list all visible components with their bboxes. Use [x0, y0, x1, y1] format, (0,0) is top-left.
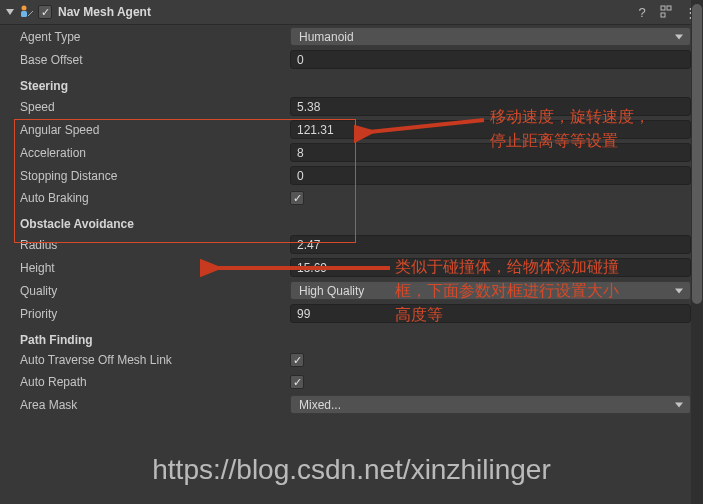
- steering-header: Steering: [0, 71, 703, 95]
- auto-traverse-checkbox[interactable]: [290, 353, 304, 367]
- path-finding-header: Path Finding: [0, 325, 703, 349]
- acceleration-input[interactable]: [290, 143, 691, 162]
- svg-rect-2: [661, 6, 665, 10]
- agent-type-row: Agent Type Humanoid: [0, 25, 703, 48]
- radius-label: Radius: [20, 238, 290, 252]
- auto-traverse-label: Auto Traverse Off Mesh Link: [20, 353, 290, 367]
- acceleration-label: Acceleration: [20, 146, 290, 160]
- component-header: Nav Mesh Agent ? ⋮: [0, 0, 703, 25]
- acceleration-row: Acceleration: [0, 141, 703, 164]
- agent-type-label: Agent Type: [20, 30, 290, 44]
- stopping-distance-row: Stopping Distance: [0, 164, 703, 187]
- svg-rect-3: [667, 6, 671, 10]
- stopping-distance-label: Stopping Distance: [20, 169, 290, 183]
- auto-traverse-row: Auto Traverse Off Mesh Link: [0, 349, 703, 371]
- auto-repath-label: Auto Repath: [20, 375, 290, 389]
- auto-braking-checkbox[interactable]: [290, 191, 304, 205]
- height-label: Height: [20, 261, 290, 275]
- angular-speed-input[interactable]: [290, 120, 691, 139]
- auto-repath-row: Auto Repath: [0, 371, 703, 393]
- base-offset-input[interactable]: [290, 50, 691, 69]
- navmesh-component: Nav Mesh Agent ? ⋮ Agent Type Humanoid B…: [0, 0, 703, 416]
- area-mask-row: Area Mask Mixed...: [0, 393, 703, 416]
- priority-row: Priority: [0, 302, 703, 325]
- area-mask-label: Area Mask: [20, 398, 290, 412]
- stopping-distance-input[interactable]: [290, 166, 691, 185]
- watermark: https://blog.csdn.net/xinzhilinger: [0, 454, 703, 486]
- radius-row: Radius: [0, 233, 703, 256]
- priority-input[interactable]: [290, 304, 691, 323]
- help-icon[interactable]: ?: [635, 5, 649, 19]
- svg-point-0: [22, 6, 27, 11]
- auto-braking-label: Auto Braking: [20, 191, 290, 205]
- scrollbar-thumb[interactable]: [692, 4, 702, 304]
- component-enable-checkbox[interactable]: [38, 5, 52, 19]
- agent-type-dropdown[interactable]: Humanoid: [290, 27, 691, 46]
- svg-rect-1: [21, 11, 27, 17]
- svg-rect-4: [661, 13, 665, 17]
- preset-icon[interactable]: [659, 5, 673, 19]
- height-input[interactable]: [290, 258, 691, 277]
- base-offset-label: Base Offset: [20, 53, 290, 67]
- angular-speed-label: Angular Speed: [20, 123, 290, 137]
- angular-speed-row: Angular Speed: [0, 118, 703, 141]
- quality-dropdown[interactable]: High Quality: [290, 281, 691, 300]
- auto-repath-checkbox[interactable]: [290, 375, 304, 389]
- quality-label: Quality: [20, 284, 290, 298]
- height-row: Height: [0, 256, 703, 279]
- area-mask-dropdown[interactable]: Mixed...: [290, 395, 691, 414]
- quality-row: Quality High Quality: [0, 279, 703, 302]
- speed-label: Speed: [20, 100, 290, 114]
- auto-braking-row: Auto Braking: [0, 187, 703, 209]
- speed-input[interactable]: [290, 97, 691, 116]
- obstacle-avoidance-header: Obstacle Avoidance: [0, 209, 703, 233]
- radius-input[interactable]: [290, 235, 691, 254]
- foldout-icon[interactable]: [6, 9, 14, 15]
- base-offset-row: Base Offset: [0, 48, 703, 71]
- component-title: Nav Mesh Agent: [58, 5, 635, 19]
- priority-label: Priority: [20, 307, 290, 321]
- scrollbar[interactable]: [691, 0, 703, 504]
- navmesh-agent-icon: [18, 4, 34, 20]
- speed-row: Speed: [0, 95, 703, 118]
